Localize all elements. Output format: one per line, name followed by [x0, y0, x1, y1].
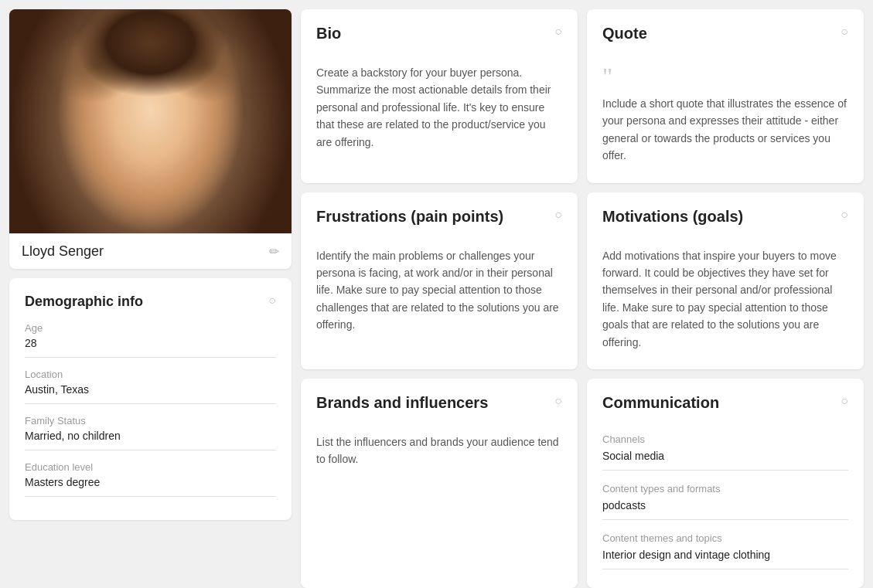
- profile-card: Lloyd Senger ✏: [9, 9, 292, 269]
- family-status-label: Family Status: [25, 415, 276, 427]
- education-field: Education level Masters degree: [25, 461, 276, 497]
- brands-header: Brands and influencers ○: [316, 394, 562, 421]
- profile-name-row: Lloyd Senger ✏: [9, 233, 292, 269]
- brands-card: Brands and influencers ○ List the influe…: [301, 379, 578, 588]
- location-label: Location: [25, 369, 276, 380]
- family-status-value: Married, no children: [25, 430, 276, 450]
- edit-icon[interactable]: ✏: [269, 244, 279, 259]
- location-value: Austin, Texas: [25, 383, 276, 404]
- age-label: Age: [25, 322, 276, 334]
- bio-body: Create a backstory for your buyer person…: [316, 64, 562, 151]
- communication-card: Communication ○ Channels Social media Co…: [587, 379, 864, 588]
- communication-header: Communication ○: [602, 394, 848, 421]
- education-label: Education level: [25, 461, 276, 473]
- motivations-card: Motivations (goals) ○ Add motivations th…: [587, 192, 864, 369]
- quote-card: Quote ○ " Include a short quote that ill…: [587, 9, 864, 183]
- motivations-title: Motivations (goals): [602, 208, 743, 226]
- quote-header: Quote ○: [602, 25, 848, 52]
- right-area: Bio ○ Create a backstory for your buyer …: [301, 9, 864, 588]
- bio-header: Bio ○: [316, 25, 562, 52]
- quote-body: Include a short quote that illustrates t…: [602, 95, 848, 165]
- brands-title: Brands and influencers: [316, 394, 488, 412]
- frustrations-header: Frustrations (pain points) ○: [316, 208, 562, 235]
- quote-hint-icon[interactable]: ○: [841, 25, 848, 39]
- motivations-body: Add motivations that inspire your buyers…: [602, 247, 848, 351]
- content-types-value: podcasts: [602, 499, 848, 520]
- left-panel: Lloyd Senger ✏ Demographic info ○ Age 28…: [9, 9, 292, 588]
- profile-name: Lloyd Senger: [22, 243, 104, 260]
- brands-hint-icon[interactable]: ○: [554, 394, 562, 408]
- brands-body: List the influencers and brands your aud…: [316, 433, 562, 468]
- channels-value: Social media: [602, 450, 848, 471]
- content-themes-value: Interior design and vintage clothing: [602, 549, 848, 569]
- communication-title: Communication: [602, 394, 719, 412]
- bio-card: Bio ○ Create a backstory for your buyer …: [301, 9, 578, 183]
- location-field: Location Austin, Texas: [25, 369, 276, 404]
- frustrations-title: Frustrations (pain points): [316, 208, 503, 226]
- communication-hint-icon[interactable]: ○: [841, 394, 848, 408]
- content-themes-label: Content themes and topics: [602, 532, 848, 544]
- demographic-header: Demographic info ○: [25, 294, 276, 310]
- quote-title: Quote: [602, 25, 647, 42]
- content-types-label: Content types and formats: [602, 483, 848, 495]
- motivations-hint-icon[interactable]: ○: [841, 208, 848, 222]
- demographic-hint-icon[interactable]: ○: [268, 294, 276, 308]
- profile-photo: [9, 9, 292, 233]
- age-field: Age 28: [25, 322, 276, 358]
- family-status-field: Family Status Married, no children: [25, 415, 276, 450]
- channels-label: Channels: [602, 433, 848, 445]
- motivations-header: Motivations (goals) ○: [602, 208, 848, 235]
- education-value: Masters degree: [25, 476, 276, 497]
- frustrations-hint-icon[interactable]: ○: [554, 208, 562, 222]
- frustrations-card: Frustrations (pain points) ○ Identify th…: [301, 192, 578, 369]
- bio-hint-icon[interactable]: ○: [554, 25, 562, 39]
- demographic-title: Demographic info: [25, 294, 143, 310]
- age-value: 28: [25, 337, 276, 358]
- demographic-card: Demographic info ○ Age 28 Location Austi…: [9, 278, 292, 520]
- quote-mark: ": [602, 64, 848, 89]
- frustrations-body: Identify the main problems or challenges…: [316, 247, 562, 334]
- bio-title: Bio: [316, 25, 341, 42]
